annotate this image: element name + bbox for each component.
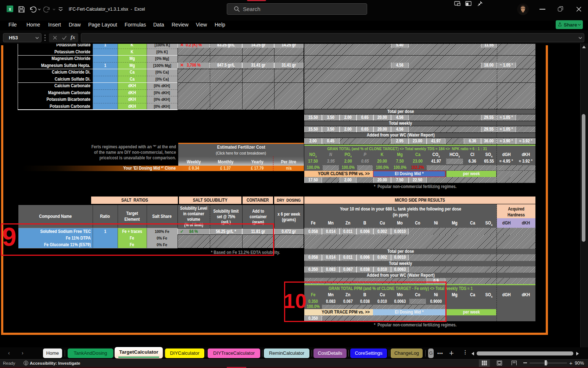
svg-text:x: x <box>9 7 11 12</box>
